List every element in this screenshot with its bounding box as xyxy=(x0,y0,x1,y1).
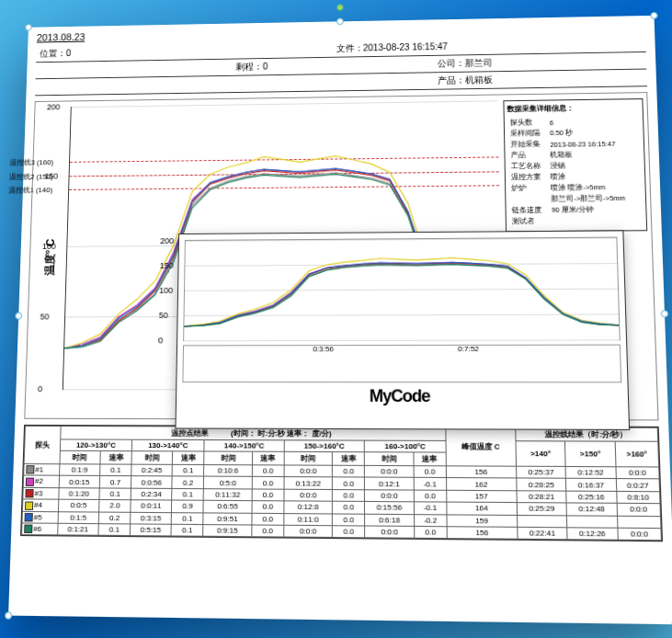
brand-logo: MyCode xyxy=(370,386,430,406)
resize-handle[interactable] xyxy=(336,17,344,25)
inset-table xyxy=(182,345,621,383)
inset-chart: 0501001502000:3:560:7:52 xyxy=(183,237,621,342)
company-field: 公司：那兰司 xyxy=(437,54,643,70)
report-page: 2013.08.23 位置：0 文件：2013-08-23 16:15:47 剩… xyxy=(8,16,672,624)
resize-handle[interactable] xyxy=(661,310,669,317)
resize-handle[interactable] xyxy=(650,12,657,19)
info-panel: 数据采集详细信息： 探头数6采样间隔0.50 秒开始采集2013-08-23 1… xyxy=(503,98,647,232)
resize-handle[interactable] xyxy=(25,24,32,31)
inset-footer-text xyxy=(182,392,188,401)
results-table: 探头温控点结果 (时间： 时:分:秒 速率： 度/分)峰值温度 C温控线结果（时… xyxy=(20,425,663,542)
rotate-handle[interactable] xyxy=(336,4,344,11)
position-field: 位置：0 xyxy=(40,42,336,60)
inset-report: 0501001502000:3:560:7:52 MyCode xyxy=(176,230,631,430)
product-field: 产品：机箱板 xyxy=(438,72,644,87)
dist-field: 剩程：0 xyxy=(236,58,438,74)
resize-handle[interactable] xyxy=(5,611,12,620)
resize-handle[interactable] xyxy=(15,313,22,320)
